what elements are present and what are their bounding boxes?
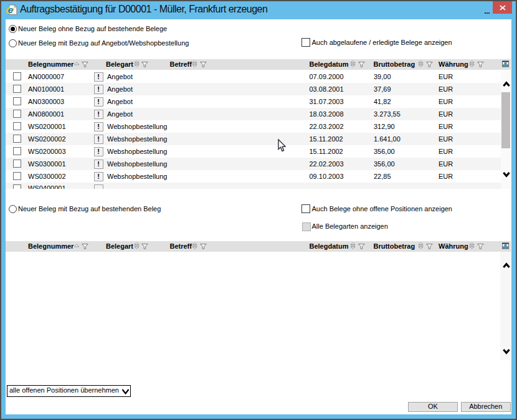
- svg-text:e: e: [8, 5, 13, 15]
